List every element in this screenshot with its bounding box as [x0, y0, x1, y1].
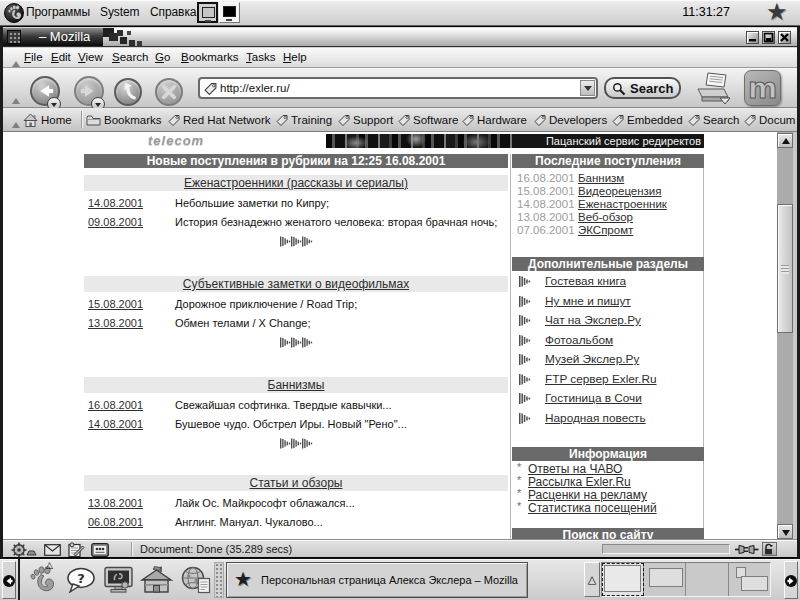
menu-edit[interactable]: Edit: [51, 48, 71, 67]
menu-tasks[interactable]: Tasks: [246, 48, 275, 67]
mozilla-logo[interactable]: m: [744, 70, 781, 106]
bookmark-software[interactable]: Software: [398, 110, 458, 129]
url-dropdown-button[interactable]: [580, 80, 595, 96]
minimize-button[interactable]: [746, 31, 759, 44]
deskguide-arrow-button[interactable]: △: [584, 562, 600, 597]
menu-bookmarks[interactable]: Bookmarks: [181, 48, 239, 67]
scroll-up-button[interactable]: [777, 133, 793, 148]
task-button[interactable]: ★ Персональная страница Алекса Экслера –…: [226, 562, 528, 598]
stop-button[interactable]: [155, 78, 183, 106]
gnome-main-menu-button[interactable]: [4, 3, 24, 23]
bookmark-support[interactable]: Support: [338, 110, 393, 129]
browser-launcher[interactable]: [180, 566, 212, 594]
panel-hide-right-button[interactable]: [784, 561, 798, 599]
search-button[interactable]: Search: [604, 77, 681, 99]
bookmark-embedded[interactable]: Embedded: [612, 110, 683, 129]
section-link[interactable]: Баннизмы: [268, 378, 325, 392]
news-date-link[interactable]: 14.08.2001: [88, 416, 143, 432]
screen-toggle-button-2[interactable]: [219, 2, 240, 23]
news-date-link[interactable]: 13.08.2001: [88, 315, 143, 331]
magnifier-icon: [612, 82, 626, 96]
menu-programs[interactable]: Программы: [26, 0, 90, 25]
news-date-link[interactable]: 13.08.2001: [88, 495, 143, 511]
asterisk-bullet: *: [517, 487, 521, 500]
panel-hide-left-button[interactable]: [2, 561, 16, 599]
home-button[interactable]: Home: [23, 110, 72, 129]
info-link[interactable]: Статистика посещений: [528, 502, 657, 515]
bookmarks-folder-button[interactable]: Bookmarks: [86, 110, 162, 129]
toolbox-launcher[interactable]: [140, 566, 173, 594]
news-date-link[interactable]: 16.08.2001: [88, 397, 143, 413]
scrollbar-thumb[interactable]: [777, 204, 793, 333]
desktop-1-current[interactable]: [602, 563, 644, 596]
bookmark-developers[interactable]: Developers: [534, 110, 607, 129]
desktop-3[interactable]: [687, 563, 729, 596]
section-link[interactable]: Еженастроенники (рассказы и сериалы): [184, 176, 408, 190]
close-button[interactable]: [778, 31, 791, 44]
window-titlebar[interactable]: – Mozilla: [3, 28, 797, 47]
section-link[interactable]: Субъективные заметки о видеофильмах: [183, 277, 409, 291]
menu-help-browser[interactable]: Help: [283, 48, 307, 67]
news-date-link[interactable]: 06.08.2001: [88, 514, 143, 530]
latest-link[interactable]: ЭКСпромт: [578, 224, 633, 237]
home-icon: [23, 113, 38, 127]
menu-search[interactable]: Search: [112, 48, 148, 67]
security-lock-button[interactable]: [762, 542, 777, 556]
bookmark-redhat-network[interactable]: Red Hat Network: [168, 110, 271, 129]
extra-link[interactable]: Гостиница в Сочи: [545, 391, 642, 405]
clock-applet[interactable]: 11:31:27: [676, 0, 730, 25]
news-date-link[interactable]: 15.08.2001: [88, 296, 143, 312]
extra-link[interactable]: Музей Экслер.Ру: [545, 352, 639, 366]
latest-link[interactable]: Веб-обзор: [578, 211, 633, 224]
latest-link[interactable]: Еженастроенник: [578, 198, 667, 211]
screen-toggle-button-1[interactable]: [197, 2, 218, 23]
menubar-grippy[interactable]: [12, 61, 20, 67]
latest-item: 07.06.2001 ЭКСпромт: [512, 224, 704, 237]
latest-link[interactable]: Видеорецензия: [578, 185, 662, 198]
maximize-button[interactable]: [762, 31, 775, 44]
control-center-launcher[interactable]: [103, 566, 135, 594]
desk-guide-pager[interactable]: [601, 562, 771, 597]
tasklist-handle[interactable]: [214, 562, 224, 598]
menu-help[interactable]: Справка: [150, 0, 196, 25]
extra-link[interactable]: Народная повесть: [545, 411, 646, 425]
window-menu-icon[interactable]: [7, 30, 21, 44]
bookmark-hardware[interactable]: Hardware: [462, 110, 527, 129]
latest-item: 16.08.2001 Баннизм: [512, 172, 704, 185]
news-date-link[interactable]: 14.08.2001: [88, 195, 143, 211]
toolbar-grippy[interactable]: [12, 98, 20, 104]
latest-link[interactable]: Баннизм: [578, 172, 624, 185]
mail-icon[interactable]: [44, 544, 61, 556]
url-bar[interactable]: [198, 77, 598, 99]
reload-button[interactable]: [114, 78, 142, 106]
menu-file[interactable]: File: [24, 48, 43, 67]
menu-system[interactable]: System: [100, 0, 139, 25]
bookmark-documentation[interactable]: Docum: [744, 110, 795, 129]
desktop-4[interactable]: [729, 563, 771, 596]
latest-date: 07.06.2001: [517, 224, 575, 237]
vertical-scrollbar[interactable]: [777, 132, 793, 539]
bookmark-search[interactable]: Search: [688, 110, 739, 129]
help-launcher[interactable]: ?: [66, 567, 96, 593]
extra-link[interactable]: Гостевая книга: [545, 274, 626, 288]
composer-icon[interactable]: [68, 542, 85, 557]
bookmark-training[interactable]: Training: [276, 110, 332, 129]
navigator-wheel-icon[interactable]: [11, 542, 37, 557]
news-item: 14.08.2001 Бушевое чудо. Обстрел Иры. Но…: [84, 416, 508, 432]
extra-link[interactable]: FTP сервер Exler.Ru: [545, 372, 656, 386]
extra-link[interactable]: Чат на Экслер.Ру: [545, 313, 641, 327]
section-link[interactable]: Статьи и обзоры: [250, 476, 343, 490]
desktop-2[interactable]: [644, 563, 686, 596]
print-icon[interactable]: [694, 71, 732, 106]
star-applet-icon[interactable]: ★: [766, 0, 788, 26]
url-input[interactable]: [220, 79, 570, 97]
menu-view[interactable]: View: [78, 48, 103, 67]
news-date-link[interactable]: 09.08.2001: [88, 214, 143, 230]
extra-link[interactable]: Ну мне и пишут: [545, 294, 631, 308]
personal-toolbar-grippy[interactable]: [12, 122, 20, 128]
menu-go[interactable]: Go: [155, 48, 170, 67]
address-book-icon[interactable]: [91, 543, 109, 557]
online-plug-icon[interactable]: [735, 544, 759, 555]
extra-link[interactable]: Фотоальбом: [545, 333, 613, 347]
scroll-down-button[interactable]: [777, 524, 793, 539]
